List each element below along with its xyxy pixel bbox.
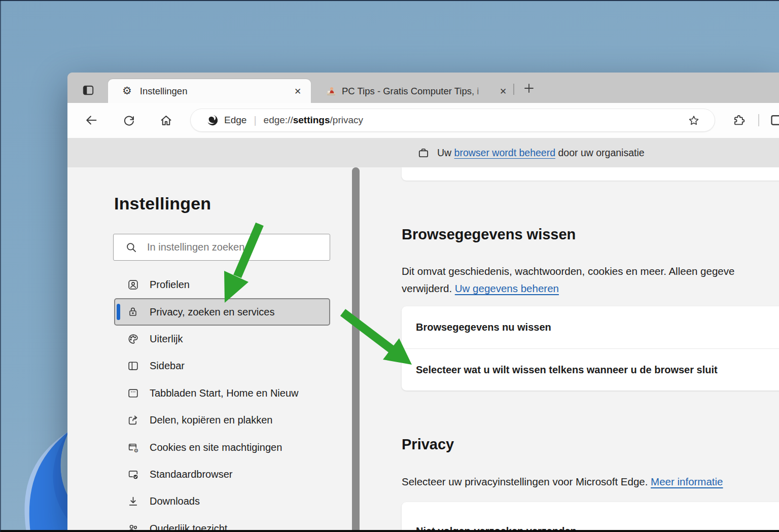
banner-text: Uw browser wordt beheerd door uw organis… [437,147,645,159]
search-input[interactable] [147,241,314,253]
tab-divider [513,84,514,95]
download-icon [127,495,139,508]
sidebar-item-label: Delen, kopiëren en plakken [150,414,272,426]
row-do-not-track[interactable]: Niet volgen-verzoeken verzenden [402,502,779,530]
lock-icon [127,306,139,318]
privacy-description-text: Selecteer uw privacyinstellingen voor Mi… [402,476,651,487]
main-pane: Browsegegevens wissen Dit omvat geschied… [402,167,779,530]
sidebar-scrollbar[interactable] [352,167,360,530]
split-screen-button[interactable] [770,113,779,127]
navigation-bar: Edge | edge://settings/privacy [67,103,779,138]
url-text: edge://settings/privacy [264,115,363,126]
sidebar-item-label: Cookies en site machtigingen [150,442,282,453]
row-clear-on-close[interactable]: Selecteer wat u wilt wissen telkens wann… [402,348,779,391]
home-icon [159,114,173,127]
section-heading-browsegegevens: Browsegegevens wissen [402,226,576,243]
sidebar-item-label: Privacy, zoeken en services [150,306,274,318]
address-bar-separator: | [254,115,256,126]
back-arrow-icon [84,113,98,127]
tab-strip: ⚙ Instellingen ✕ PC Tips - Gratis Comput… [67,73,779,103]
url-host: settings [293,115,330,125]
site-permissions-icon: ⚙ [127,441,139,454]
refresh-icon [122,114,136,127]
profile-icon [127,278,139,291]
edge-logo-icon [206,114,219,127]
tab-instellingen[interactable]: ⚙ Instellingen ✕ [108,79,311,103]
settings-content: Instellingen Profielen [67,167,779,530]
star-icon [687,114,700,127]
screen-edge-left [0,0,1,532]
tab-title: PC Tips - Gratis Computer Tips, i [342,86,479,97]
tab-close-icon[interactable]: ✕ [292,85,304,97]
privacy-section-description: Selecteer uw privacyinstellingen voor Mi… [402,473,723,490]
sidebar-item-privacy[interactable]: Privacy, zoeken en services [114,298,330,325]
desktop: ⚙ Instellingen ✕ PC Tips - Gratis Comput… [0,0,779,532]
favorites-star-button[interactable] [687,114,700,129]
page-title: Instellingen [114,194,211,214]
sidebar-item-ouderlijk-toezicht[interactable]: Ouderlijk toezicht [114,515,330,530]
sidebar-item-uiterlijk[interactable]: Uiterlijk [114,326,330,352]
settings-gear-icon: ⚙ [122,86,132,96]
workspaces-icon [82,84,95,97]
banner-prefix: Uw [437,147,454,158]
plus-icon [523,82,535,94]
sidebar-item-label: Profielen [150,279,190,291]
section-heading-privacy: Privacy [402,436,454,453]
tabs-icon [127,387,139,400]
url-path: /privacy [330,115,363,125]
settings-search-box[interactable] [113,234,330,261]
screen-edge-top [0,0,779,1]
row-clear-now[interactable]: Browsegegevens nu wissen [402,306,779,348]
default-browser-icon [127,468,139,481]
extensions-button[interactable] [732,113,746,127]
sidebar-item-cookies[interactable]: ⚙ Cookies en site machtigingen [114,434,330,460]
share-icon [127,414,139,427]
privacy-card: Niet volgen-verzoeken verzenden [402,502,779,530]
family-icon [127,522,139,530]
sidebar-item-delen[interactable]: Delen, kopiëren en plakken [114,407,330,434]
clear-browsing-data-card: Browsegegevens nu wissen Selecteer wat u… [402,306,779,391]
clear-section-description: Dit omvat geschiedenis, wachtwoorden, co… [402,263,734,297]
sidebar-item-tabbladen[interactable]: Tabbladen Start, Home en Nieuw [114,380,330,407]
description-line2: verwijderd. [402,282,455,294]
banner-suffix: door uw organisatie [555,147,645,158]
description-line1: Dit omvat geschiedenis, wachtwoorden, co… [402,265,734,277]
screen-edge-bottom [0,530,779,532]
more-info-link[interactable]: Meer informatie [651,476,723,487]
tab-pc-tips[interactable]: PC Tips - Gratis Computer Tips, i ✕ [318,79,513,103]
sidebar-item-label: Sidebar [150,360,185,372]
refresh-button[interactable] [122,113,136,127]
briefcase-icon [417,146,430,159]
new-tab-button[interactable] [520,81,538,96]
home-button[interactable] [159,113,173,127]
sidebar-item-sidebar[interactable]: Sidebar [114,352,330,379]
pc-tips-favicon [326,86,337,97]
toolbar-divider [758,114,759,126]
tab-activity-button[interactable] [82,84,95,97]
browser-window: ⚙ Instellingen ✕ PC Tips - Gratis Comput… [67,73,779,530]
sidebar-item-standaardbrowser[interactable]: Standaardbrowser [114,461,330,488]
puzzle-icon [732,114,746,127]
sidebar-layout-icon [127,360,139,372]
sidebar-item-label: Ouderlijk toezicht [150,523,227,530]
settings-menu: Profielen Privacy, zoeken en services [114,271,330,530]
address-bar[interactable]: Edge | edge://settings/privacy [190,109,715,132]
tab-close-icon[interactable]: ✕ [497,85,509,97]
sidebar-item-downloads[interactable]: Downloads [114,488,330,515]
managed-browser-banner: Uw browser wordt beheerd door uw organis… [67,138,779,167]
svg-text:⚙: ⚙ [133,447,138,453]
tab-title: Instellingen [140,86,188,97]
selected-accent-bar [117,304,120,320]
tab-title-fade [470,79,496,103]
search-icon [125,241,138,254]
manage-data-link[interactable]: Uw gegevens beheren [455,282,559,294]
sidebar-item-label: Uiterlijk [150,333,183,345]
managed-link[interactable]: browser wordt beheerd [454,147,555,158]
url-scheme: edge:// [264,115,293,125]
sidebar-item-label: Downloads [150,495,200,507]
previous-section-card [402,167,779,181]
sidebar-item-profielen[interactable]: Profielen [114,271,330,298]
sidebar-item-label: Standaardbrowser [150,469,232,480]
split-screen-icon [770,113,779,127]
back-button[interactable] [84,113,98,127]
